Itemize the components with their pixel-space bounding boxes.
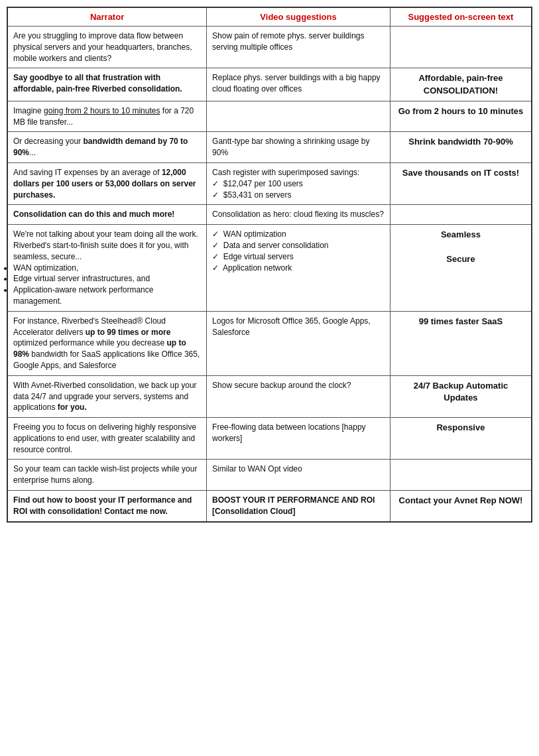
narrator-cell: For instance, Riverbed's Steelhead® Clou… — [7, 311, 207, 375]
screen-text-cell: Contact your Avnet Rep NOW! — [390, 491, 532, 522]
narrator-cell: Find out how to boost your IT performanc… — [7, 491, 207, 522]
screen-text-cell: Affordable, pain-free CONSOLIDATION! — [390, 68, 532, 101]
video-cell: Replace phys. server buildings with a bi… — [207, 68, 390, 101]
table-row: Freeing you to focus on delivering highl… — [7, 418, 532, 460]
header-video: Video suggestions — [207, 7, 390, 27]
table-row: With Avnet-Riverbed consolidation, we ba… — [7, 375, 532, 417]
table-row: Find out how to boost your IT performanc… — [7, 491, 532, 522]
table-row: Consolidation can do this and much more!… — [7, 205, 532, 225]
video-cell: Cash register with superimposed savings:… — [207, 162, 390, 204]
video-cell: Consolidation as hero: cloud flexing its… — [207, 205, 390, 225]
table-row: We're not talking about your team doing … — [7, 225, 532, 312]
table-row: For instance, Riverbed's Steelhead® Clou… — [7, 311, 532, 375]
table-row: Or decreasing your bandwidth demand by 7… — [7, 132, 532, 163]
screen-text-cell: 99 times faster SaaS — [390, 311, 532, 375]
screen-text-cell — [390, 460, 532, 491]
screen-text-cell: Go from 2 hours to 10 minutes — [390, 101, 532, 132]
screen-text-cell: Save thousands on IT costs! — [390, 162, 532, 204]
narrator-cell: So your team can tackle wish-list projec… — [7, 460, 207, 491]
video-cell: ✓ WAN optimization✓ Data and server cons… — [207, 225, 390, 312]
video-cell: Similar to WAN Opt video — [207, 460, 390, 491]
video-cell — [207, 101, 390, 132]
screen-text-cell: Responsive — [390, 418, 532, 460]
narrator-cell: With Avnet-Riverbed consolidation, we ba… — [7, 375, 207, 417]
narrator-cell: Say goodbye to all that frustration with… — [7, 68, 207, 101]
video-cell: Show pain of remote phys. server buildin… — [207, 27, 390, 68]
screen-text-cell — [390, 205, 532, 225]
table-row: Imagine going from 2 hours to 10 minutes… — [7, 101, 532, 132]
screen-text-cell: Shrink bandwidth 70-90% — [390, 132, 532, 163]
video-cell: Show secure backup around the clock? — [207, 375, 390, 417]
video-cell: Free-flowing data between locations [hap… — [207, 418, 390, 460]
table-header-row: Narrator Video suggestions Suggested on-… — [7, 7, 532, 27]
screen-text-cell: 24/7 Backup Automatic Updates — [390, 375, 532, 417]
table-row: Say goodbye to all that frustration with… — [7, 68, 532, 101]
video-cell: BOOST YOUR IT PERFORMANCE AND ROI [Conso… — [207, 491, 390, 522]
table-row: Are you struggling to improve data flow … — [7, 27, 532, 68]
table-body: Are you struggling to improve data flow … — [7, 27, 532, 522]
screen-text-cell: SeamlessSecure — [390, 225, 532, 312]
narrator-cell: And saving IT expenses by an average of … — [7, 162, 207, 204]
main-table: Narrator Video suggestions Suggested on-… — [7, 7, 532, 523]
table-row: And saving IT expenses by an average of … — [7, 162, 532, 204]
narrator-cell: We're not talking about your team doing … — [7, 225, 207, 312]
video-cell: Gantt-type bar showing a shrinking usage… — [207, 132, 390, 163]
video-cell: Logos for Microsoft Office 365, Google A… — [207, 311, 390, 375]
table-row: So your team can tackle wish-list projec… — [7, 460, 532, 491]
header-narrator: Narrator — [7, 7, 207, 27]
narrator-cell: Freeing you to focus on delivering highl… — [7, 418, 207, 460]
header-screen: Suggested on-screen text — [390, 7, 532, 27]
narrator-cell: Imagine going from 2 hours to 10 minutes… — [7, 101, 207, 132]
narrator-cell: Are you struggling to improve data flow … — [7, 27, 207, 68]
narrator-cell: Or decreasing your bandwidth demand by 7… — [7, 132, 207, 163]
screen-text-cell — [390, 27, 532, 68]
narrator-cell: Consolidation can do this and much more! — [7, 205, 207, 225]
